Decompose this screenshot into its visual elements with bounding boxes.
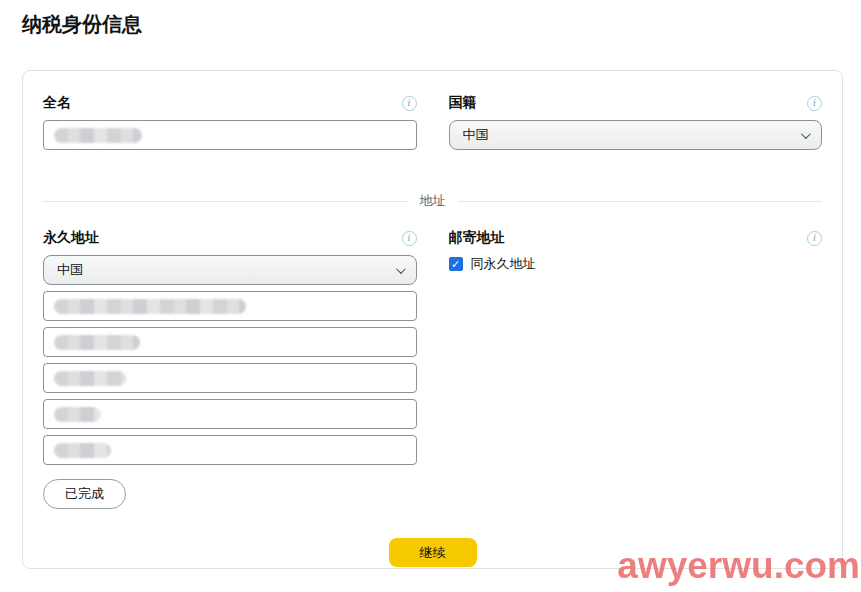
same-as-permanent-row: ✓ 同永久地址 xyxy=(449,255,823,273)
same-as-permanent-checkbox[interactable]: ✓ xyxy=(449,257,463,271)
nationality-label: 国籍 xyxy=(449,94,477,112)
permanent-country-selected-value: 中国 xyxy=(57,261,83,279)
permanent-country-select[interactable]: 中国 xyxy=(43,255,417,285)
tax-identity-page: 纳税身份信息 全名 i 国籍 i 中国 xyxy=(0,0,861,592)
mailing-address-field: 邮寄地址 i ✓ 同永久地址 xyxy=(449,230,823,273)
redacted-value xyxy=(54,128,142,143)
permanent-address-label: 永久地址 xyxy=(43,229,99,247)
redacted-value xyxy=(54,335,140,350)
info-icon[interactable]: i xyxy=(402,96,417,111)
nationality-selected-value: 中国 xyxy=(463,126,489,144)
continue-button[interactable]: 继续 xyxy=(389,538,477,567)
address-line-2-input[interactable] xyxy=(43,327,417,357)
address-row: 永久地址 i 中国 xyxy=(43,230,822,509)
redacted-value xyxy=(54,407,101,422)
page-title: 纳税身份信息 xyxy=(22,11,142,38)
same-as-permanent-label: 同永久地址 xyxy=(471,255,536,273)
redacted-value xyxy=(54,299,246,314)
chevron-down-icon xyxy=(801,129,811,139)
permanent-address-field: 永久地址 i 中国 xyxy=(43,230,417,509)
divider-label: 地址 xyxy=(420,192,446,210)
tax-identity-form-card: 全名 i 国籍 i 中国 地址 xyxy=(22,70,843,569)
full-name-field: 全名 i xyxy=(43,95,417,156)
chevron-down-icon xyxy=(395,264,405,274)
nationality-field: 国籍 i 中国 xyxy=(449,95,823,156)
address-section-divider: 地址 xyxy=(43,192,822,210)
info-icon[interactable]: i xyxy=(807,96,822,111)
name-nationality-row: 全名 i 国籍 i 中国 xyxy=(43,95,822,156)
address-line-5-input[interactable] xyxy=(43,435,417,465)
mailing-address-label: 邮寄地址 xyxy=(449,229,505,247)
done-button[interactable]: 已完成 xyxy=(43,479,126,509)
divider-line xyxy=(43,201,408,202)
divider-line xyxy=(458,201,823,202)
redacted-value xyxy=(54,371,126,386)
address-line-4-input[interactable] xyxy=(43,399,417,429)
full-name-input[interactable] xyxy=(43,120,417,150)
watermark: awyerwu.com xyxy=(617,545,860,587)
redacted-value xyxy=(54,443,111,458)
address-line-1-input[interactable] xyxy=(43,291,417,321)
nationality-select[interactable]: 中国 xyxy=(449,120,823,150)
info-icon[interactable]: i xyxy=(807,231,822,246)
info-icon[interactable]: i xyxy=(402,231,417,246)
address-line-3-input[interactable] xyxy=(43,363,417,393)
full-name-label: 全名 xyxy=(43,94,71,112)
